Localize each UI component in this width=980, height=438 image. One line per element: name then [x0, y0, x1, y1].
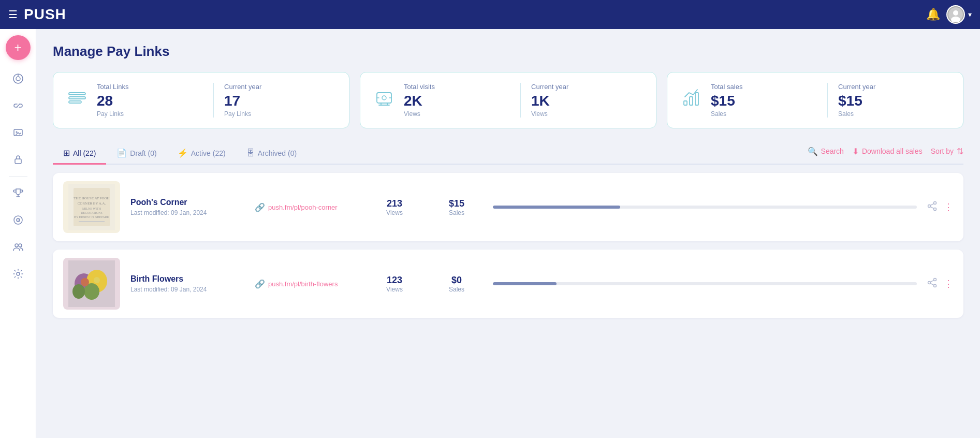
- item-views-birth-flowers: 123 Views: [369, 275, 420, 293]
- sidebar-item-trophy[interactable]: [6, 181, 31, 206]
- download-sales-button[interactable]: ⬇ Download all sales: [852, 147, 923, 156]
- share-icon[interactable]: [927, 278, 938, 290]
- download-icon: ⬇: [852, 147, 859, 156]
- tab-all[interactable]: ⊞ All (22): [53, 143, 106, 165]
- sales-label: Sales: [431, 209, 482, 216]
- sort-button[interactable]: Sort by ⇅: [931, 147, 963, 156]
- sales-value: $15: [431, 198, 482, 209]
- item-link-poohs-corner[interactable]: 🔗 push.fm/pl/pooh-corner: [255, 202, 358, 212]
- svg-point-4: [16, 77, 20, 81]
- item-progress-birth-flowers: [493, 282, 917, 285]
- chevron-down-icon: ▾: [968, 10, 972, 19]
- stats-row: Total Links 28 Pay Links Current year 17…: [53, 72, 963, 128]
- item-link-text: push.fm/pl/pooh-corner: [268, 203, 338, 211]
- topnav: ☰ PUSH 🔔 ▾: [0, 0, 980, 29]
- topnav-left: ☰ PUSH: [8, 6, 66, 23]
- views-label: Views: [369, 286, 420, 293]
- svg-point-40: [72, 284, 85, 299]
- svg-point-41: [81, 278, 89, 286]
- item-info-birth-flowers: Birth Flowers Last modified: 09 Jan, 202…: [130, 274, 244, 293]
- visits-icon: [373, 86, 396, 114]
- svg-point-13: [19, 244, 22, 247]
- svg-point-33: [928, 205, 931, 207]
- sidebar: +: [0, 29, 36, 438]
- sort-label: Sort by: [931, 147, 954, 155]
- user-avatar-container[interactable]: ▾: [946, 5, 972, 24]
- svg-point-14: [17, 272, 20, 275]
- svg-point-31: [934, 201, 937, 204]
- sidebar-item-media[interactable]: [6, 120, 31, 145]
- svg-text:THE HOUSE AT POOH: THE HOUSE AT POOH: [74, 196, 109, 200]
- more-options-icon[interactable]: ⋮: [944, 278, 953, 289]
- svg-point-42: [94, 277, 100, 283]
- sidebar-item-vinyl[interactable]: [6, 208, 31, 232]
- stat-section-current-year-visits: Current year 1K Views: [520, 83, 643, 118]
- views-value: 123: [369, 275, 420, 286]
- sales-value: $0: [431, 275, 482, 286]
- item-actions-birth-flowers: ⋮: [927, 278, 953, 290]
- progress-bar-bg: [493, 282, 917, 285]
- views-label: Views: [369, 209, 420, 216]
- tab-all-label: All (22): [73, 149, 96, 157]
- search-button[interactable]: 🔍 Search: [808, 147, 844, 156]
- stat-section-total-links: Total Links 28 Pay Links: [97, 83, 209, 118]
- stat-inner-links: Total Links 28 Pay Links Current year 17…: [97, 83, 337, 118]
- item-link-text: push.fm/pl/birth-flowers: [268, 280, 338, 288]
- svg-rect-15: [69, 93, 85, 95]
- stat-section-total-sales: Total sales $15 Sales: [711, 83, 823, 118]
- download-label: Download all sales: [862, 147, 923, 155]
- item-progress-poohs-corner: [493, 206, 917, 209]
- tab-archived[interactable]: 🗄 Archived (0): [236, 143, 307, 165]
- item-actions-poohs-corner: ⋮: [927, 201, 953, 214]
- sidebar-item-settings[interactable]: [6, 261, 31, 286]
- tab-actions: 🔍 Search ⬇ Download all sales Sort by ⇅: [808, 147, 963, 160]
- link-icon: 🔗: [255, 202, 265, 212]
- svg-point-12: [15, 244, 18, 247]
- avatar: [946, 5, 965, 24]
- search-icon: 🔍: [808, 147, 818, 156]
- svg-rect-30: [79, 221, 105, 222]
- svg-text:BY ERNEST H. SHEPARD: BY ERNEST H. SHEPARD: [74, 215, 109, 218]
- share-icon[interactable]: [927, 201, 938, 214]
- svg-line-46: [930, 280, 934, 282]
- item-link-birth-flowers[interactable]: 🔗 push.fm/pl/birth-flowers: [255, 279, 358, 289]
- svg-point-11: [18, 220, 19, 221]
- bell-icon[interactable]: 🔔: [926, 8, 940, 21]
- svg-text:CORNER BY A.A.: CORNER BY A.A.: [78, 201, 106, 206]
- progress-bar-fill: [493, 282, 557, 285]
- more-options-icon[interactable]: ⋮: [944, 201, 953, 213]
- app-logo: PUSH: [24, 6, 66, 23]
- links-icon: [66, 86, 89, 114]
- tab-draft-label: Draft (0): [130, 149, 156, 157]
- sidebar-item-team[interactable]: [6, 235, 31, 259]
- list-container: THE HOUSE AT POOH CORNER BY A.A. MILNE W…: [53, 173, 963, 318]
- item-name: Birth Flowers: [130, 274, 244, 284]
- svg-point-19: [382, 96, 386, 100]
- svg-rect-21: [690, 97, 693, 105]
- sidebar-item-links[interactable]: [6, 93, 31, 118]
- svg-line-47: [930, 283, 934, 285]
- add-button[interactable]: +: [6, 35, 31, 60]
- list-item: Birth Flowers Last modified: 09 Jan, 202…: [53, 250, 963, 318]
- sidebar-item-dashboard[interactable]: [6, 66, 31, 91]
- main-content: Manage Pay Links Total Links 28 Pay Link…: [36, 29, 980, 438]
- tab-active[interactable]: ⚡ Active (22): [167, 143, 236, 165]
- tab-active-label: Active (22): [191, 149, 226, 157]
- svg-text:MILNE WITH: MILNE WITH: [82, 207, 101, 210]
- progress-bar-fill: [493, 206, 620, 209]
- item-sales-poohs-corner: $15 Sales: [431, 198, 482, 216]
- svg-rect-17: [69, 101, 81, 103]
- topnav-right: 🔔 ▾: [926, 5, 972, 24]
- layout: + Manage Pay Links: [0, 29, 980, 438]
- item-views-poohs-corner: 213 Views: [369, 198, 420, 216]
- svg-point-43: [934, 278, 937, 281]
- svg-point-7: [16, 132, 17, 133]
- stat-section-current-year-links: Current year 17 Pay Links: [213, 83, 337, 118]
- svg-line-35: [930, 207, 934, 208]
- item-name: Pooh's Corner: [130, 198, 244, 207]
- svg-point-44: [934, 284, 937, 287]
- stat-inner-sales: Total sales $15 Sales Current year $15 S…: [711, 83, 950, 118]
- sidebar-item-lock[interactable]: [6, 147, 31, 172]
- hamburger-icon[interactable]: ☰: [8, 8, 18, 21]
- tab-draft[interactable]: 📄 Draft (0): [106, 143, 167, 165]
